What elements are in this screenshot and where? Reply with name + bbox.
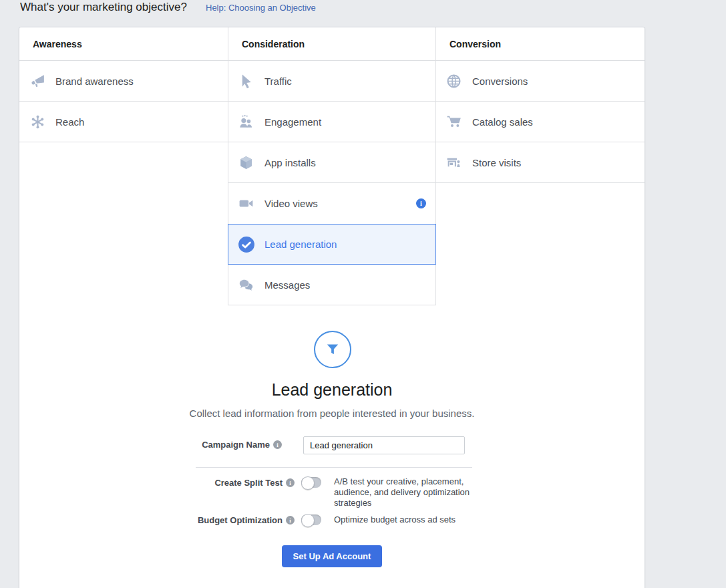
funnel-icon [314, 331, 351, 368]
objective-store-visits[interactable]: Store visits [436, 142, 645, 183]
column-consideration: Consideration Traffic [228, 27, 436, 305]
objective-panel: Awareness Brand awareness [19, 27, 645, 588]
globe-icon [445, 72, 463, 90]
split-test-toggle[interactable] [301, 477, 321, 488]
info-icon[interactable] [286, 516, 295, 525]
detail-title: Lead generation [19, 380, 645, 400]
objective-label: Brand awareness [55, 76, 134, 87]
objective-label: Engagement [264, 116, 321, 128]
objective-reach[interactable]: Reach [19, 102, 228, 142]
objective-label: Catalog sales [472, 116, 533, 128]
column-header-consideration: Consideration [228, 27, 436, 61]
objective-grid: Awareness Brand awareness [19, 27, 645, 305]
reach-icon [29, 113, 46, 130]
split-test-description: A/B test your creative, placement, audie… [334, 476, 477, 508]
budget-optimization-label: Budget Optimization [198, 515, 295, 525]
column-header-conversion: Conversion [436, 27, 645, 61]
objective-label: Lead generation [264, 239, 337, 250]
cube-icon [238, 154, 255, 171]
info-icon[interactable] [286, 478, 295, 487]
page-title: What's your marketing objective? [20, 1, 187, 14]
info-icon[interactable] [416, 198, 426, 208]
form-divider [196, 467, 472, 468]
megaphone-icon [29, 72, 46, 90]
column-conversion: Conversion Conversions [436, 27, 645, 305]
campaign-name-label-text: Campaign Name [202, 440, 270, 450]
video-camera-icon [238, 195, 255, 212]
split-test-label-text: Create Split Test [214, 478, 283, 488]
objective-label: Reach [55, 116, 84, 128]
objective-app-installs[interactable]: App installs [228, 142, 436, 183]
storefront-icon [445, 154, 463, 171]
objective-brand-awareness[interactable]: Brand awareness [19, 61, 228, 102]
budget-optimization-description: Optimize budget across ad sets [334, 514, 477, 525]
objective-label: Messages [264, 279, 310, 291]
objective-lead-generation[interactable]: Lead generation [228, 224, 436, 265]
campaign-name-label: Campaign Name [202, 440, 282, 450]
people-icon [238, 113, 255, 130]
objective-engagement[interactable]: Engagement [228, 102, 436, 142]
objective-conversions[interactable]: Conversions [436, 61, 645, 102]
help-link[interactable]: Help: Choosing an Objective [206, 3, 316, 13]
objective-traffic[interactable]: Traffic [228, 61, 436, 102]
detail-description: Collect lead information from people int… [19, 408, 645, 419]
chat-bubbles-icon [238, 276, 255, 293]
column-awareness: Awareness Brand awareness [19, 27, 228, 305]
cursor-icon [238, 72, 255, 90]
objective-label: App installs [264, 157, 316, 168]
objective-label: Traffic [264, 76, 292, 87]
objective-label: Conversions [472, 76, 528, 87]
budget-optimization-toggle[interactable] [301, 514, 321, 525]
objective-label: Store visits [472, 157, 521, 168]
budget-optimization-label-text: Budget Optimization [198, 515, 283, 525]
check-circle-icon [238, 236, 255, 253]
campaign-name-input[interactable] [303, 436, 465, 454]
split-test-label: Create Split Test [214, 478, 295, 488]
column-header-awareness: Awareness [19, 27, 228, 61]
info-icon[interactable] [273, 440, 282, 449]
set-up-ad-account-button[interactable]: Set Up Ad Account [282, 545, 383, 567]
objective-messages[interactable]: Messages [228, 265, 436, 305]
objective-label: Video views [264, 198, 318, 209]
objective-video-views[interactable]: Video views [228, 183, 436, 224]
cart-icon [445, 113, 463, 130]
objective-catalog-sales[interactable]: Catalog sales [436, 102, 645, 142]
marketing-objective-screen: What's your marketing objective? Help: C… [0, 0, 726, 588]
